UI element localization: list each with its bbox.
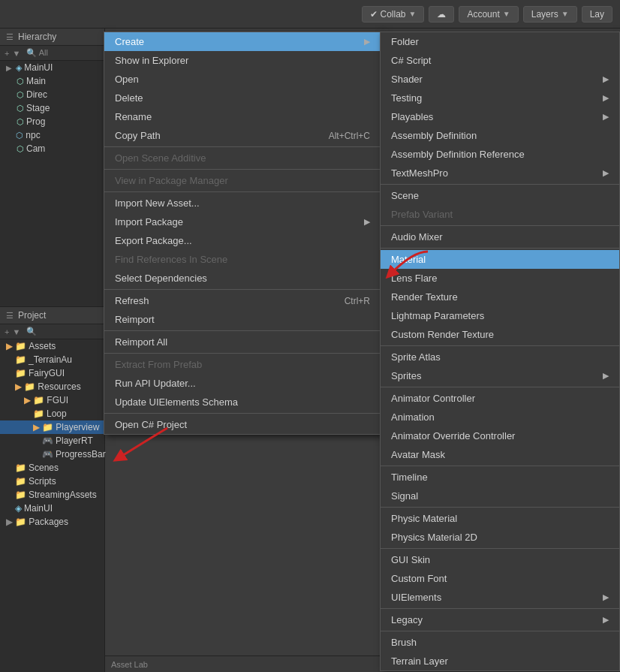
collab-label: Collab [381,9,406,20]
hierarchy-item-mainui[interactable]: ▶ ◈MainUI [0,61,104,74]
menu-item-sprites[interactable]: Sprites ▶ [381,366,619,385]
project-toolbar: + ▼ 🔍 [0,324,104,339]
project-item-scripts[interactable]: 📁Scripts [0,475,104,488]
menu-item-view-package-manager: View in Package Manager [104,171,381,190]
hierarchy-item-stage[interactable]: ⬡Stage [0,101,104,115]
context-menu-left: Create ▶ Show in Explorer Open Delete Re… [104,32,381,435]
right-sep-9 [381,608,619,609]
project-item-loop[interactable]: 📁Loop [0,407,104,420]
menu-item-rename[interactable]: Rename [104,107,381,126]
menu-item-select-dependencies[interactable]: Select Dependencies [104,269,381,288]
menu-item-animator-controller[interactable]: Animator Controller [381,389,619,408]
layers-button[interactable]: Layers ▼ [523,6,577,23]
project-search[interactable]: 🔍 [26,327,37,336]
menu-item-ui-elements[interactable]: UIElements ▶ [381,588,619,607]
menu-item-assembly-def-ref[interactable]: Assembly Definition Reference [381,145,619,164]
menu-item-reimport[interactable]: Reimport [104,310,381,329]
menu-item-csharp-script[interactable]: C# Script [381,51,619,70]
project-item-scenes[interactable]: 📁Scenes [0,461,104,475]
hierarchy-item-prog[interactable]: ⬡Prog [0,115,104,128]
project-item-mainui-asset[interactable]: ◈MainUI [0,502,104,515]
menu-item-physic-material[interactable]: Physic Material [381,509,619,528]
menu-item-terrain-layer[interactable]: Terrain Layer [381,652,619,670]
project-item-streamingassets[interactable]: 📁StreamingAssets [0,488,104,502]
project-item-terrainae[interactable]: 📁_TerrainAu [0,353,104,366]
menu-item-material[interactable]: Material [381,250,619,269]
collab-icon: ✔ [370,9,378,20]
menu-item-refresh[interactable]: Refresh Ctrl+R [104,291,381,310]
menu-item-reimport-all[interactable]: Reimport All [104,333,381,351]
menu-item-folder[interactable]: Folder [381,32,619,51]
search-label: 🔍 All [26,48,48,58]
menu-item-lens-flare[interactable]: Lens Flare [381,269,619,288]
topbar: ✔ Collab ▼ ☁ Account ▼ Layers ▼ Lay [0,0,620,29]
project-item-progressbar[interactable]: 🎮ProgressBar [0,447,104,461]
custom-render-texture-label: Custom Render Texture [391,329,494,340]
show-explorer-label: Show in Explorer [115,55,188,66]
menu-item-signal[interactable]: Signal [381,487,619,505]
menu-item-assembly-def[interactable]: Assembly Definition [381,126,619,145]
project-item-playerrt[interactable]: 🎮PlayerRT [0,434,104,447]
view-package-manager-label: View in Package Manager [115,175,228,186]
menu-item-create[interactable]: Create ▶ [104,32,381,51]
menu-item-delete[interactable]: Delete [104,89,381,107]
project-item-resources[interactable]: ▶ 📁Resources [0,380,104,393]
sprite-atlas-label: Sprite Atlas [391,351,441,363]
hierarchy-item-main[interactable]: ⬡Main [0,74,104,88]
folder-label: Folder [391,36,419,47]
cloud-button[interactable]: ☁ [429,6,454,23]
account-button[interactable]: Account ▼ [459,6,518,23]
menu-item-scene[interactable]: Scene [381,186,619,205]
hierarchy-item-cam[interactable]: ⬡Cam [0,142,104,155]
project-item-fairygui[interactable]: 📁FairyGUI [0,366,104,380]
lay-button[interactable]: Lay [582,6,612,23]
project-item-playerview[interactable]: ▶ 📁Playerview [0,420,104,434]
menu-item-legacy[interactable]: Legacy ▶ [381,610,619,629]
menu-item-avatar-mask[interactable]: Avatar Mask [381,445,619,464]
textmeshpro-arrow: ▶ [603,168,609,178]
collab-button[interactable]: ✔ Collab ▼ [362,6,425,23]
menu-sep-3 [104,191,381,192]
menu-item-export-package[interactable]: Export Package... [104,231,381,250]
menu-item-import-new-asset[interactable]: Import New Asset... [104,194,381,212]
menu-sep-2 [104,169,381,170]
menu-item-custom-font[interactable]: Custom Font [381,569,619,588]
menu-item-animation[interactable]: Animation [381,408,619,426]
menu-item-copy-path[interactable]: Copy Path Alt+Ctrl+C [104,126,381,145]
create-arrow-icon: ▶ [364,37,370,47]
menu-item-custom-render-texture[interactable]: Custom Render Texture [381,325,619,344]
menu-item-audio-mixer[interactable]: Audio Mixer [381,228,619,246]
hierarchy-item-direc[interactable]: ⬡Direc [0,88,104,101]
project-item-packages[interactable]: ▶ 📁Packages [0,515,104,529]
menu-item-animator-override[interactable]: Animator Override Controller [381,426,619,445]
menu-item-timeline[interactable]: Timeline [381,468,619,487]
menu-item-find-references: Find References In Scene [104,250,381,269]
project-item-assets[interactable]: ▶ 📁Assets [0,339,104,353]
menu-item-import-package[interactable]: Import Package ▶ [104,212,381,231]
menu-item-shader[interactable]: Shader ▶ [381,70,619,89]
menu-item-open[interactable]: Open [104,70,381,89]
right-sep-10 [381,631,619,631]
menu-item-brush[interactable]: Brush [381,633,619,652]
menu-item-show-explorer[interactable]: Show in Explorer [104,51,381,70]
project-item-fgui[interactable]: ▶ 📁FGUI [0,393,104,407]
assembly-def-ref-label: Assembly Definition Reference [391,149,525,160]
menu-item-lightmap-params[interactable]: Lightmap Parameters [381,306,619,325]
menu-item-gui-skin[interactable]: GUI Skin [381,550,619,569]
menu-item-open-csharp[interactable]: Open C# Project [104,415,381,434]
menu-item-testing[interactable]: Testing ▶ [381,89,619,107]
hierarchy-item-npc[interactable]: ▶ ⬡npc [0,128,104,142]
menu-item-render-texture[interactable]: Render Texture [381,288,619,306]
menu-item-run-api-updater[interactable]: Run API Updater... [104,374,381,393]
menu-item-sprite-atlas[interactable]: Sprite Atlas [381,348,619,366]
add-icon[interactable]: + [5,49,9,58]
project-add[interactable]: + [5,327,9,336]
menu-item-physics-material-2d[interactable]: Physics Material 2D [381,528,619,547]
menu-item-update-uielements[interactable]: Update UIElements Schema [104,393,381,411]
menu-item-textmeshpro[interactable]: TextMeshPro ▶ [381,164,619,182]
project-sep: ▼ [12,327,20,336]
refresh-shortcut: Ctrl+R [345,296,370,306]
menu-sep-4 [104,289,381,290]
menu-item-playables[interactable]: Playables ▶ [381,107,619,126]
project-header: ☰ Project [0,307,104,324]
